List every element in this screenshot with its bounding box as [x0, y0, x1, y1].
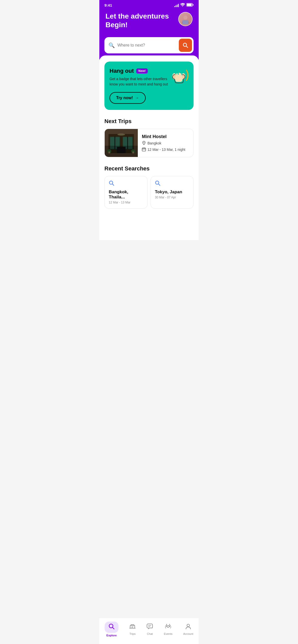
svg-rect-15 [180, 73, 181, 77]
header-title: Let the adventures Begin! [105, 12, 178, 29]
promo-title: Hang out [110, 68, 134, 74]
svg-point-29 [117, 134, 125, 136]
signal-icon [174, 4, 179, 7]
trip-details: Mint Hostel Bangkok [138, 129, 189, 157]
calendar-icon [142, 147, 146, 152]
svg-rect-28 [132, 151, 134, 153]
header-section: Let the adventures Begin! [99, 9, 199, 37]
recent-search-card-2[interactable]: Tokyo, Japan 30 Mar - 07 Apr [151, 176, 194, 209]
svg-line-36 [112, 184, 114, 185]
promo-description: Get a badge that lets other travellers k… [110, 76, 168, 87]
next-trips-title: Next Trips [104, 118, 194, 125]
recent-search-name-2: Tokyo, Japan [155, 189, 189, 195]
search-button[interactable] [179, 39, 192, 52]
wifi-icon [180, 3, 185, 7]
recent-search-dates-2: 30 Mar - 07 Apr [155, 196, 189, 199]
new-badge: New! [136, 68, 148, 74]
recent-search-icon-2 [155, 180, 189, 187]
search-bar: 🔍 [104, 37, 194, 53]
battery-icon [186, 3, 194, 7]
recent-search-icon-1 [109, 180, 143, 187]
location-icon [142, 141, 146, 146]
svg-rect-24 [117, 147, 126, 153]
svg-point-30 [144, 142, 144, 143]
trip-card[interactable]: Mint Hostel Bangkok [104, 129, 194, 157]
svg-rect-2 [193, 4, 194, 6]
time-display: 9:41 [104, 3, 112, 7]
svg-rect-5 [182, 20, 188, 24]
status-bar: 9:41 [99, 0, 199, 9]
svg-point-25 [107, 149, 111, 153]
svg-rect-31 [142, 148, 146, 151]
promo-card: Hang out New! Get a badge that lets othe… [104, 62, 194, 110]
recent-search-name-1: Bangkok, Thaila... [109, 189, 143, 200]
user-avatar[interactable] [178, 12, 193, 26]
svg-line-38 [158, 184, 160, 185]
status-icons [174, 3, 194, 7]
svg-point-26 [131, 149, 135, 153]
hang-out-icon [168, 65, 188, 89]
recent-searches-title: Recent Searches [104, 165, 194, 172]
trip-image [105, 129, 138, 157]
trip-name: Mint Hostel [142, 134, 185, 139]
search-input[interactable] [117, 43, 176, 48]
recent-searches-section: Recent Searches Bangkok, Thaila... 12 Ma… [104, 165, 194, 209]
trip-dates: 12 Mar - 13 Mar, 1 night [142, 147, 185, 152]
recent-search-dates-1: 12 Mar - 13 Mar [109, 201, 143, 204]
svg-rect-13 [176, 73, 178, 77]
promo-title-row: Hang out New! [110, 68, 168, 74]
recent-search-card-1[interactable]: Bangkok, Thaila... 12 Mar - 13 Mar [104, 176, 147, 209]
try-now-button[interactable]: Try now! → [110, 92, 146, 104]
main-content: Hang out New! Get a badge that lets othe… [99, 55, 199, 240]
search-icon-left: 🔍 [109, 42, 115, 48]
svg-line-7 [186, 46, 188, 48]
svg-rect-27 [109, 151, 110, 153]
promo-left: Hang out New! Get a badge that lets othe… [110, 68, 168, 104]
svg-point-3 [183, 16, 187, 20]
svg-rect-1 [187, 4, 192, 6]
trip-location: Bangkok [142, 141, 185, 146]
recent-cards-row: Bangkok, Thaila... 12 Mar - 13 Mar Tokyo… [104, 176, 194, 209]
